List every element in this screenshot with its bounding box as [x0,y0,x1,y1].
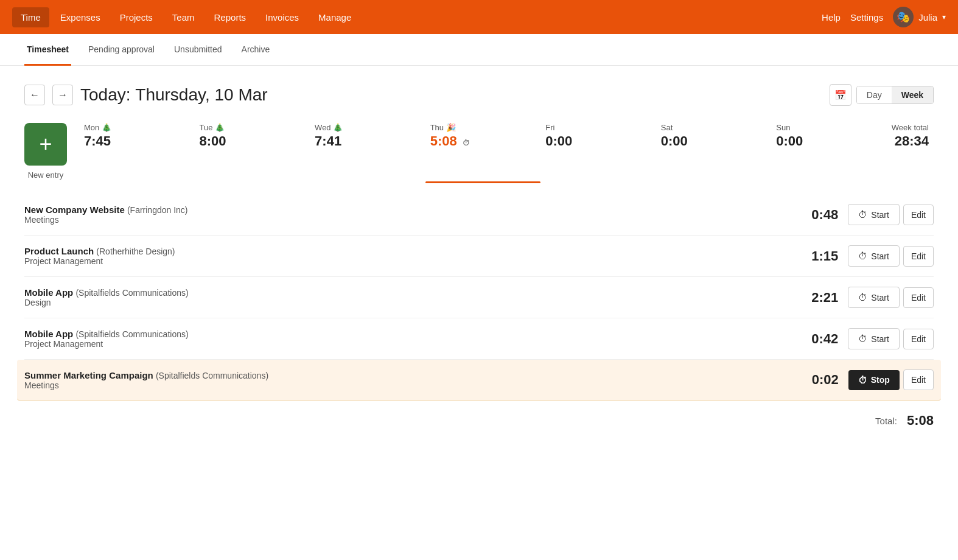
day-col-wed[interactable]: Wed 🎄 7:41 [310,123,425,180]
entry-info-1: New Company Website (Farringdon Inc) Mee… [24,205,795,225]
nav-items: Time Expenses Projects Team Reports Invo… [12,7,822,27]
tab-timesheet[interactable]: Timesheet [24,34,71,66]
date-navigation: ← → Today: Thursday, 10 Mar [24,85,268,105]
entry-duration-5: 0:02 [796,372,839,388]
tab-archive[interactable]: Archive [239,34,273,66]
chevron-down-icon: ▾ [942,13,946,21]
week-total-section: Week total 28:34 [887,123,934,180]
nav-item-reports[interactable]: Reports [206,7,255,27]
edit-button-4[interactable]: Edit [903,329,934,349]
new-entry-section: + New entry [24,123,67,180]
nav-item-time[interactable]: Time [12,7,49,27]
entry-info-4: Mobile App (Spitalfields Communications)… [24,329,795,349]
entry-client-4: (Spitalfields Communications) [75,329,188,339]
entry-task-2: Project Management [24,256,795,266]
start-button-4[interactable]: ⏱ Start [848,328,900,349]
avatar: 🎭 [893,7,914,27]
day-hours-thu: 5:08 ⏱ [430,133,536,149]
entry-title-2: Product Launch (Rotherhithe Design) [24,246,795,256]
user-name: Julia [918,12,937,23]
new-entry-button[interactable]: + [24,123,67,166]
settings-link[interactable]: Settings [850,12,883,23]
clock-icon-5: ⏱ [858,375,867,385]
tab-unsubmitted[interactable]: Unsubmitted [172,34,225,66]
date-header: ← → Today: Thursday, 10 Mar 📅 Day Week [24,84,934,106]
view-toggle-group: Day Week [856,86,934,104]
entry-info-2: Product Launch (Rotherhithe Design) Proj… [24,246,795,266]
entry-duration-4: 0:42 [795,331,838,347]
top-navigation: Time Expenses Projects Team Reports Invo… [0,0,958,34]
nav-item-projects[interactable]: Projects [111,7,161,27]
entry-title-5: Summer Marketing Campaign (Spitalfields … [24,370,796,380]
edit-button-3[interactable]: Edit [903,287,934,308]
day-col-tue[interactable]: Tue 🎄 8:00 [195,123,310,180]
entry-duration-2: 1:15 [795,248,838,264]
entry-client-2: (Rotherhithe Design) [96,247,175,256]
user-menu[interactable]: 🎭 Julia ▾ [893,7,946,27]
entry-info-5: Summer Marketing Campaign (Spitalfields … [24,370,796,390]
stop-button-5[interactable]: ⏱ Stop [848,370,900,390]
entry-row-4: Mobile App (Spitalfields Communications)… [24,318,934,360]
start-button-2[interactable]: ⏱ Start [848,245,900,267]
day-col-mon[interactable]: Mon 🎄 7:45 [79,123,195,180]
sub-navigation: Timesheet Pending approval Unsubmitted A… [0,34,958,66]
total-row: Total: 5:08 [24,401,934,429]
calendar-icon-button[interactable]: 📅 [830,84,851,106]
calendar-icon: 📅 [834,89,847,101]
nav-item-team[interactable]: Team [164,7,203,27]
day-name-fri: Fri [545,123,651,132]
view-toggle: 📅 Day Week [830,84,934,106]
entry-title-3: Mobile App (Spitalfields Communications) [24,287,795,298]
nav-item-invoices[interactable]: Invoices [257,7,307,27]
entry-row-2: Product Launch (Rotherhithe Design) Proj… [24,236,934,277]
day-name-tue: Tue 🎄 [200,123,306,132]
entry-task-4: Project Management [24,339,795,349]
entry-duration-3: 2:21 [795,290,838,306]
entry-title-1: New Company Website (Farringdon Inc) [24,205,795,215]
entry-client-1: (Farringdon Inc) [127,205,188,215]
clock-icon-4: ⏱ [858,334,867,344]
entry-title-4: Mobile App (Spitalfields Communications) [24,329,795,339]
day-hours-tue: 8:00 [200,133,306,149]
next-date-button[interactable]: → [52,85,73,105]
entry-task-5: Meetings [24,380,796,390]
day-col-sat[interactable]: Sat 0:00 [656,123,772,180]
day-name-mon: Mon 🎄 [84,123,190,132]
day-col-sun[interactable]: Sun 0:00 [771,123,887,180]
nav-item-expenses[interactable]: Expenses [52,7,109,27]
total-value: 5:08 [907,413,934,429]
day-view-button[interactable]: Day [857,86,892,103]
week-total-hours: 28:34 [892,133,929,149]
tab-pending-approval[interactable]: Pending approval [86,34,157,66]
nav-item-manage[interactable]: Manage [310,7,360,27]
day-col-thu[interactable]: Thu 🎉 5:08 ⏱ [425,123,541,180]
entry-row-1: New Company Website (Farringdon Inc) Mee… [24,194,934,236]
entry-client-3: (Spitalfields Communications) [75,288,188,298]
day-col-fri[interactable]: Fri 0:00 [540,123,656,180]
start-button-3[interactable]: ⏱ Start [848,287,900,308]
entry-task-1: Meetings [24,215,795,225]
clock-icon-2: ⏱ [858,251,867,261]
day-name-sun: Sun [776,123,882,132]
day-name-thu: Thu 🎉 [430,123,536,132]
day-hours-wed: 7:41 [315,133,421,149]
day-hours-sat: 0:00 [661,133,767,149]
prev-date-button[interactable]: ← [24,85,45,105]
entry-duration-1: 0:48 [795,207,838,223]
week-row: + New entry Mon 🎄 7:45 Tue 🎄 8:00 Wed 🎄 … [24,123,934,180]
timer-icon: ⏱ [463,139,470,147]
week-view-button[interactable]: Week [892,86,933,103]
entries-section: New Company Website (Farringdon Inc) Mee… [24,194,934,429]
entry-client-5: (Spitalfields Communications) [156,371,268,380]
week-total-label: Week total [892,123,929,132]
day-name-wed: Wed 🎄 [315,123,421,132]
help-link[interactable]: Help [822,12,841,23]
edit-button-2[interactable]: Edit [903,246,934,267]
edit-button-1[interactable]: Edit [903,205,934,225]
new-entry-label: New entry [28,170,64,180]
edit-button-5[interactable]: Edit [903,369,934,390]
day-hours-sun: 0:00 [776,133,882,149]
start-button-1[interactable]: ⏱ Start [848,204,900,225]
clock-icon-3: ⏱ [858,292,867,303]
main-content: ← → Today: Thursday, 10 Mar 📅 Day Week +… [0,66,958,447]
